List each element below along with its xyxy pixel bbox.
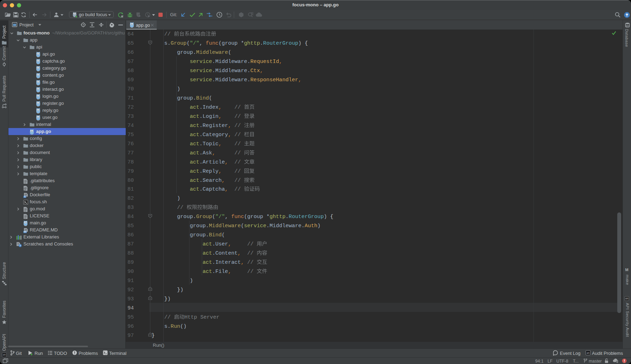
svg-text:API: API xyxy=(587,352,589,354)
svg-text:MD: MD xyxy=(24,231,26,233)
svg-text:D: D xyxy=(24,196,26,198)
svg-text:API: API xyxy=(625,298,629,300)
svg-text:API: API xyxy=(3,354,6,356)
